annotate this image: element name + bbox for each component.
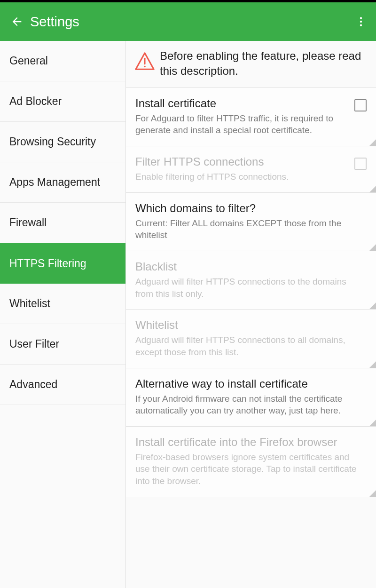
sidebar-item-https-filtering[interactable]: HTTPS Filtering [0, 243, 125, 284]
setting-row: WhitelistAdguard will filter HTTPS conne… [126, 310, 376, 368]
sidebar-item-label: Apps Management [9, 176, 100, 189]
resize-corner-icon [369, 420, 376, 426]
overflow-menu-button[interactable] [352, 16, 370, 28]
sidebar-item-apps-management[interactable]: Apps Management [0, 162, 125, 203]
warning-icon [133, 48, 157, 72]
sidebar-item-general[interactable]: General [0, 41, 125, 81]
settings-panel: Before enabling the feature, please read… [126, 41, 376, 588]
setting-description: Adguard will filter HTTPS connections to… [135, 334, 361, 358]
sidebar-item-advanced[interactable]: Advanced [0, 365, 125, 405]
svg-point-1 [360, 21, 362, 23]
app-header: Settings [0, 2, 376, 41]
setting-description: If your Android firmware can not install… [135, 393, 361, 417]
sidebar-item-label: HTTPS Filtering [9, 257, 86, 270]
sidebar-item-label: Whitelist [9, 297, 50, 310]
setting-description: Enable filtering of HTTPS connections. [135, 171, 349, 183]
resize-corner-icon [369, 302, 376, 309]
resize-corner-icon [369, 361, 376, 368]
sidebar-item-label: Browsing Security [9, 135, 96, 148]
sidebar-item-browsing-security[interactable]: Browsing Security [0, 122, 125, 162]
setting-description: Current: Filter ALL domains EXCEPT those… [135, 217, 361, 241]
setting-row: BlacklistAdguard will filter HTTPS conne… [126, 251, 376, 310]
setting-title: Filter HTTPS connections [135, 155, 349, 169]
warning-banner[interactable]: Before enabling the feature, please read… [126, 41, 376, 88]
warning-text: Before enabling the feature, please read… [157, 48, 368, 79]
setting-description: Adguard will filter HTTPS connections to… [135, 276, 361, 300]
sidebar-item-label: Ad Blocker [9, 95, 62, 108]
sidebar: GeneralAd BlockerBrowsing SecurityApps M… [0, 41, 126, 588]
sidebar-item-whitelist[interactable]: Whitelist [0, 284, 125, 324]
sidebar-item-firewall[interactable]: Firewall [0, 203, 125, 243]
sidebar-item-label: Advanced [9, 378, 57, 391]
arrow-left-icon [10, 15, 24, 28]
checkbox[interactable] [354, 99, 367, 111]
more-vert-icon [355, 16, 367, 28]
setting-row[interactable]: Alternative way to install certificateIf… [126, 368, 376, 427]
setting-row[interactable]: Which domains to filter?Current: Filter … [126, 193, 376, 251]
svg-point-4 [144, 66, 145, 67]
setting-row: Filter HTTPS connectionsEnable filtering… [126, 146, 376, 193]
setting-title: Which domains to filter? [135, 201, 361, 215]
resize-corner-icon [369, 244, 376, 251]
checkbox [354, 158, 367, 170]
resize-corner-icon [369, 139, 376, 146]
setting-title: Install certificate [135, 96, 349, 111]
setting-title: Alternative way to install certificate [135, 377, 361, 391]
sidebar-item-label: General [9, 55, 48, 67]
setting-row[interactable]: Install certificateFor Adguard to filter… [126, 88, 376, 146]
page-title: Settings [30, 14, 352, 30]
setting-description: Firefox-based browsers ignore system cer… [135, 451, 361, 487]
resize-corner-icon [369, 186, 376, 192]
setting-title: Whitelist [135, 318, 361, 332]
sidebar-item-label: Firewall [9, 216, 47, 229]
sidebar-item-label: User Filter [9, 338, 59, 350]
setting-row: Install certificate into the Firefox bro… [126, 427, 376, 497]
svg-point-2 [360, 24, 362, 26]
setting-title: Blacklist [135, 260, 361, 274]
back-button[interactable] [6, 15, 30, 28]
setting-title: Install certificate into the Firefox bro… [135, 435, 361, 449]
setting-description: For Adguard to filter HTTPS traffic, it … [135, 112, 349, 136]
svg-point-0 [360, 17, 362, 19]
sidebar-item-user-filter[interactable]: User Filter [0, 324, 125, 365]
resize-corner-icon [369, 490, 376, 497]
sidebar-item-ad-blocker[interactable]: Ad Blocker [0, 81, 125, 122]
